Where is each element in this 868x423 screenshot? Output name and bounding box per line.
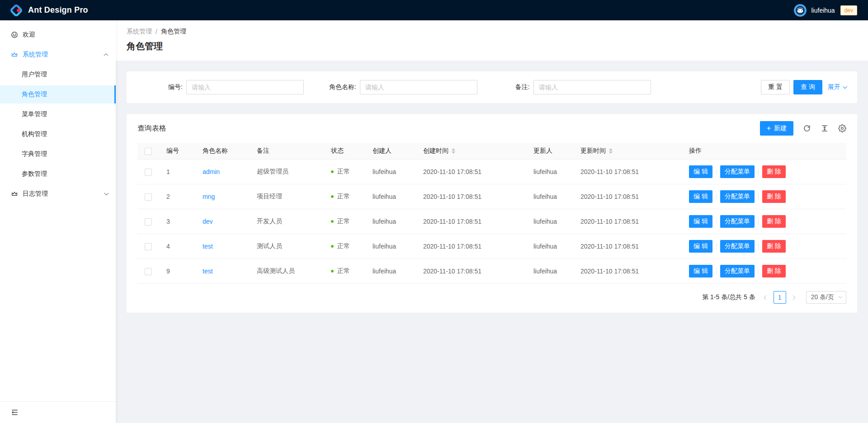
- sidebar-item-menu-mgmt[interactable]: 菜单管理: [0, 105, 116, 123]
- row-checkbox[interactable]: [145, 218, 152, 226]
- cell-actions: 编 辑分配菜单删 除: [682, 209, 846, 234]
- action-divider: [716, 218, 717, 225]
- menu-fold-icon[interactable]: [11, 409, 19, 416]
- reload-icon[interactable]: [803, 124, 811, 132]
- edit-button[interactable]: 编 辑: [689, 265, 712, 277]
- cell-updater: liufeihua: [526, 184, 573, 209]
- field-label: 备注:: [515, 83, 530, 91]
- cell-updater: liufeihua: [526, 234, 573, 259]
- sidebar-item-role-mgmt[interactable]: 角色管理: [0, 85, 116, 103]
- cell-remark: 超级管理员: [250, 160, 324, 184]
- sidebar-item-user-mgmt[interactable]: 用户管理: [0, 66, 116, 84]
- cell-create-time: 2020-11-10 17:08:51: [416, 209, 526, 234]
- sidebar-item-system[interactable]: 系统管理: [0, 46, 116, 64]
- sidebar-item-param-mgmt[interactable]: 参数管理: [0, 165, 116, 183]
- avatar[interactable]: [794, 4, 807, 17]
- page-number-1[interactable]: 1: [774, 291, 786, 304]
- table-header-row: 编号 角色名称 备注 状态 创建人 创建时间 更新人 更新时间 操作: [137, 143, 846, 160]
- row-checkbox[interactable]: [145, 193, 152, 201]
- delete-button[interactable]: 删 除: [762, 265, 786, 277]
- pagination-total: 第 1-5 条/总共 5 条: [702, 293, 755, 301]
- role-name-input[interactable]: [360, 80, 477, 94]
- next-page-button[interactable]: [787, 291, 800, 304]
- cell-actions: 编 辑分配菜单删 除: [682, 160, 846, 184]
- delete-button[interactable]: 删 除: [762, 215, 786, 228]
- sidebar-footer: [0, 401, 116, 423]
- row-checkbox[interactable]: [145, 169, 152, 176]
- cell-update-time: 2020-11-10 17:08:51: [573, 160, 682, 184]
- page-size-select[interactable]: 20 条/页: [806, 291, 846, 304]
- delete-button[interactable]: 删 除: [762, 165, 786, 178]
- edit-button[interactable]: 编 辑: [689, 165, 712, 178]
- cell-create-time: 2020-11-10 17:08:51: [416, 234, 526, 259]
- smile-icon: [11, 31, 18, 38]
- cell-updater: liufeihua: [526, 160, 573, 184]
- action-divider: [716, 268, 717, 274]
- prev-page-button[interactable]: [760, 291, 773, 304]
- sort-icons[interactable]: [609, 148, 613, 154]
- assign-menu-button[interactable]: 分配菜单: [720, 240, 755, 253]
- new-button[interactable]: + 新建: [760, 121, 793, 136]
- main-content: 系统管理 / 角色管理 角色管理 编号: 角色名称: 备注: 重 置 查 询: [116, 0, 868, 324]
- table-row: 1 admin 超级管理员 正常 liufeihua 2020-11-10 17…: [137, 160, 846, 184]
- username[interactable]: liufeihua: [811, 7, 835, 14]
- remark-input[interactable]: [533, 80, 651, 94]
- sidebar-item-dict-mgmt[interactable]: 字典管理: [0, 145, 116, 163]
- settings-gear-icon[interactable]: [838, 124, 846, 132]
- column-height-icon[interactable]: [821, 124, 829, 132]
- query-button[interactable]: 查 询: [793, 80, 822, 94]
- expand-link[interactable]: 展开: [828, 83, 846, 91]
- id-input[interactable]: [186, 80, 304, 94]
- role-name-link[interactable]: test: [203, 268, 213, 275]
- pagination: 第 1-5 条/总共 5 条 1 20 条/页: [127, 284, 857, 304]
- cell-status: 正常: [324, 234, 365, 259]
- row-checkbox[interactable]: [145, 243, 152, 250]
- col-creator: 创建人: [365, 143, 416, 160]
- cell-status: 正常: [324, 184, 365, 209]
- header-right: liufeihua dev: [794, 4, 857, 17]
- edit-button[interactable]: 编 辑: [689, 215, 712, 228]
- role-name-link[interactable]: dev: [203, 218, 213, 225]
- select-all-checkbox[interactable]: [145, 148, 152, 155]
- role-name-link[interactable]: admin: [203, 168, 220, 175]
- col-action: 操作: [682, 143, 846, 160]
- action-divider: [758, 243, 759, 249]
- cell-status: 正常: [324, 259, 365, 284]
- role-name-link[interactable]: mng: [203, 193, 215, 200]
- delete-button[interactable]: 删 除: [762, 240, 786, 253]
- content-area: 编号: 角色名称: 备注: 重 置 查 询 展开: [116, 61, 868, 324]
- cell-create-time: 2020-11-10 17:08:51: [416, 160, 526, 184]
- sidebar-item-label: 用户管理: [22, 70, 47, 79]
- assign-menu-button[interactable]: 分配菜单: [720, 215, 755, 228]
- delete-button[interactable]: 删 除: [762, 190, 786, 203]
- sidebar-item-label: 参数管理: [22, 170, 47, 178]
- sort-icons[interactable]: [452, 148, 455, 154]
- cell-creator: liufeihua: [365, 209, 416, 234]
- cell-creator: liufeihua: [365, 184, 416, 209]
- logo[interactable]: Ant Design Pro: [10, 4, 88, 17]
- cell-updater: liufeihua: [526, 209, 573, 234]
- assign-menu-button[interactable]: 分配菜单: [720, 165, 755, 178]
- reset-button[interactable]: 重 置: [761, 80, 790, 94]
- sidebar-item-label: 机构管理: [22, 130, 47, 138]
- row-checkbox[interactable]: [145, 268, 152, 275]
- cell-id: 3: [159, 209, 195, 234]
- field-label: 角色名称:: [329, 83, 356, 91]
- sidebar-menu: 欢迎 系统管理 用户管理 角色管理 菜单管理 机构管理 字典管理 参数管: [0, 20, 116, 401]
- col-status: 状态: [324, 143, 365, 160]
- sidebar-item-logs[interactable]: 日志管理: [0, 185, 116, 203]
- assign-menu-button[interactable]: 分配菜单: [720, 190, 755, 203]
- cell-remark: 项目经理: [250, 184, 324, 209]
- page-title: 角色管理: [127, 40, 857, 52]
- assign-menu-button[interactable]: 分配菜单: [720, 265, 755, 277]
- edit-button[interactable]: 编 辑: [689, 190, 712, 203]
- sidebar-item-org-mgmt[interactable]: 机构管理: [0, 125, 116, 143]
- cell-remark: 高级测试人员: [250, 259, 324, 284]
- edit-button[interactable]: 编 辑: [689, 240, 712, 253]
- role-name-link[interactable]: test: [203, 243, 213, 250]
- sidebar-item-welcome[interactable]: 欢迎: [0, 26, 116, 44]
- cell-status: 正常: [324, 209, 365, 234]
- breadcrumb-parent[interactable]: 系统管理: [127, 28, 152, 36]
- plus-icon: +: [767, 125, 771, 132]
- breadcrumb-separator: /: [156, 28, 157, 35]
